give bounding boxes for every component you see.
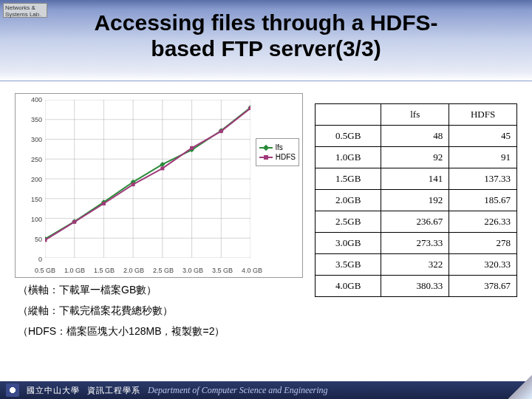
table-cell: 2.5GB bbox=[316, 211, 381, 233]
note-x-axis: （橫軸：下載單一檔案GB數） bbox=[18, 279, 225, 300]
title-line2: based FTP server(3/3) bbox=[151, 36, 381, 61]
y-tick-label: 250 bbox=[17, 156, 42, 163]
table-cell: 4.0GB bbox=[316, 276, 381, 297]
footer-university: 國立中山大學 bbox=[27, 385, 80, 396]
line-chart: lfsHDFS 0501001502002503003504000.5 GB1.… bbox=[15, 93, 303, 278]
legend-item: lfs bbox=[259, 143, 296, 151]
y-tick-label: 0 bbox=[17, 256, 42, 263]
table-header-cell: HDFS bbox=[449, 104, 517, 126]
chart-svg bbox=[45, 100, 250, 258]
legend-label: HDFS bbox=[276, 153, 296, 161]
table-row: 3.0GB273.33278 bbox=[316, 233, 517, 254]
x-tick-label: 2.0 GB bbox=[123, 267, 144, 274]
table-header-cell: lfs bbox=[381, 104, 449, 126]
table-cell: 1.0GB bbox=[316, 147, 381, 168]
plot-area bbox=[45, 100, 250, 258]
chart-series bbox=[45, 105, 250, 242]
svg-rect-30 bbox=[190, 146, 194, 150]
table-cell: 380.33 bbox=[381, 276, 449, 297]
table-cell: 92 bbox=[381, 147, 449, 168]
table-row: 1.5GB141137.33 bbox=[316, 168, 517, 190]
svg-rect-28 bbox=[132, 183, 135, 186]
table-body: 0.5GB48451.0GB92911.5GB141137.332.0GB192… bbox=[316, 126, 517, 297]
svg-rect-25 bbox=[45, 238, 47, 242]
table-row: 1.0GB9291 bbox=[316, 147, 517, 168]
x-tick-label: 3.5 GB bbox=[212, 267, 233, 274]
chart-legend: lfsHDFS bbox=[256, 138, 299, 166]
table-cell: 141 bbox=[381, 168, 449, 190]
legend-label: lfs bbox=[276, 143, 283, 151]
x-tick-label: 4.0 GB bbox=[242, 267, 262, 274]
page-curl-icon bbox=[508, 375, 532, 399]
table-header-cell bbox=[316, 104, 381, 126]
slide-body: lfsHDFS 0501001502002503003504000.5 GB1.… bbox=[15, 89, 517, 355]
legend-item: HDFS bbox=[259, 153, 296, 161]
y-tick-label: 350 bbox=[17, 116, 42, 123]
table-cell: 322 bbox=[381, 254, 449, 276]
table-cell: 185.67 bbox=[449, 190, 517, 211]
data-table: lfsHDFS 0.5GB48451.0GB92911.5GB141137.33… bbox=[315, 103, 517, 297]
slide-header: Networks & Systems Lab. Accessing files … bbox=[0, 0, 532, 81]
x-tick-label: 2.5 GB bbox=[153, 267, 174, 274]
table-row: 2.0GB192185.67 bbox=[316, 190, 517, 211]
y-tick-label: 200 bbox=[17, 176, 42, 183]
university-logo-icon bbox=[6, 383, 19, 397]
table-header-row: lfsHDFS bbox=[316, 104, 517, 126]
table-cell: 378.67 bbox=[449, 276, 517, 297]
table-cell: 91 bbox=[449, 147, 517, 168]
table-cell: 320.33 bbox=[449, 254, 517, 276]
note-y-axis: （縱軸：下載完檔案花費總秒數） bbox=[18, 300, 225, 321]
table-row: 4.0GB380.33378.67 bbox=[316, 276, 517, 297]
table-row: 2.5GB236.67226.33 bbox=[316, 211, 517, 233]
table-cell: 226.33 bbox=[449, 211, 517, 233]
slide-title: Accessing files through a HDFS- based FT… bbox=[0, 10, 532, 61]
svg-rect-26 bbox=[72, 220, 76, 224]
x-tick-label: 1.0 GB bbox=[64, 267, 85, 274]
y-tick-label: 150 bbox=[17, 196, 42, 203]
x-tick-label: 0.5 GB bbox=[35, 267, 55, 274]
svg-rect-29 bbox=[160, 166, 164, 170]
table-cell: 192 bbox=[381, 190, 449, 211]
table-cell: 137.33 bbox=[449, 168, 517, 190]
svg-rect-31 bbox=[219, 129, 223, 133]
x-tick-label: 1.5 GB bbox=[94, 267, 115, 274]
svg-rect-27 bbox=[102, 202, 106, 205]
footer-dept-cn: 資訊工程學系 bbox=[87, 385, 140, 396]
table-cell: 278 bbox=[449, 233, 517, 254]
table-cell: 273.33 bbox=[381, 233, 449, 254]
footer-dept-en: Department of Computer Science and Engin… bbox=[148, 385, 328, 396]
y-tick-label: 300 bbox=[17, 136, 42, 143]
table-cell: 1.5GB bbox=[316, 168, 381, 190]
note-hdfs: （HDFS：檔案區塊大小128MB，複製數=2） bbox=[18, 321, 225, 341]
y-tick-label: 100 bbox=[17, 216, 42, 223]
y-tick-label: 400 bbox=[17, 96, 42, 103]
table-row: 0.5GB4845 bbox=[316, 126, 517, 147]
table-cell: 3.5GB bbox=[316, 254, 381, 276]
slide-footer: 國立中山大學 資訊工程學系 Department of Computer Sci… bbox=[0, 381, 532, 399]
y-tick-label: 50 bbox=[17, 236, 42, 243]
table-cell: 48 bbox=[381, 126, 449, 147]
table-row: 3.5GB322320.33 bbox=[316, 254, 517, 276]
table-cell: 236.67 bbox=[381, 211, 449, 233]
svg-rect-32 bbox=[249, 106, 250, 110]
table-cell: 0.5GB bbox=[316, 126, 381, 147]
slide: Networks & Systems Lab. Accessing files … bbox=[0, 0, 532, 399]
axis-notes: （橫軸：下載單一檔案GB數） （縱軸：下載完檔案花費總秒數） （HDFS：檔案區… bbox=[18, 279, 225, 341]
chart-grid bbox=[45, 100, 250, 258]
x-tick-label: 3.0 GB bbox=[183, 267, 203, 274]
title-line1: Accessing files through a HDFS- bbox=[94, 10, 437, 35]
table-cell: 3.0GB bbox=[316, 233, 381, 254]
table-cell: 2.0GB bbox=[316, 190, 381, 211]
table-cell: 45 bbox=[449, 126, 517, 147]
